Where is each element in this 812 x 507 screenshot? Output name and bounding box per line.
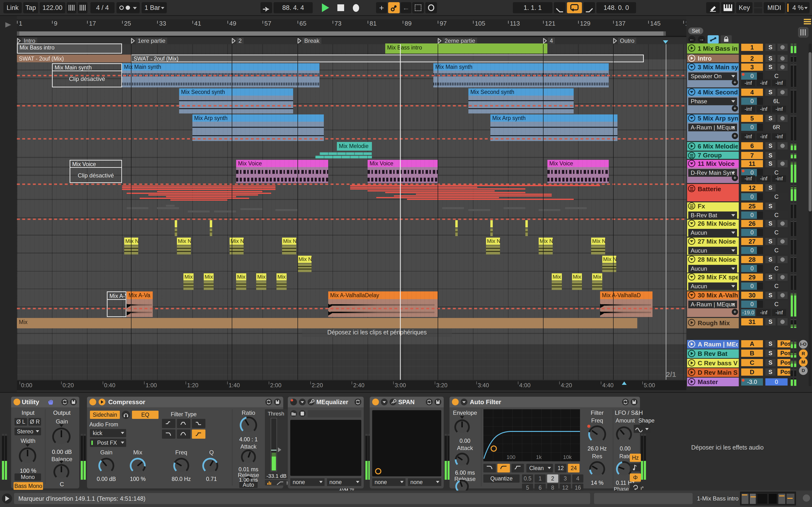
- device-activator-led[interactable]: [452, 399, 459, 405]
- link-envelopes-button[interactable]: [708, 35, 719, 44]
- clip-overview-thumbnail[interactable]: [740, 492, 796, 506]
- track-number[interactable]: A: [741, 340, 763, 347]
- play-icon[interactable]: [688, 369, 695, 376]
- solo-button[interactable]: S: [765, 184, 775, 191]
- solo-button[interactable]: S: [765, 256, 775, 263]
- solo-button[interactable]: S: [765, 238, 775, 245]
- quantization-selector[interactable]: 1 Bar: [142, 2, 167, 13]
- device-activator-led[interactable]: [89, 399, 96, 405]
- locator-lane[interactable]: Intro1ere partie2Break2eme partie4Outro: [17, 38, 686, 44]
- track-header-d-rev-main-synt[interactable]: D Rev Main Synt: [687, 368, 739, 377]
- fold-icon[interactable]: [688, 273, 695, 281]
- knob[interactable]: [53, 464, 69, 480]
- pan-field[interactable]: C: [765, 282, 788, 290]
- solo-button[interactable]: S: [765, 115, 775, 122]
- locator-flag-icon[interactable]: [131, 38, 135, 44]
- pan-field[interactable]: C: [765, 212, 788, 219]
- knob[interactable]: [588, 426, 606, 443]
- fold-icon[interactable]: [688, 89, 695, 96]
- track-header-4-mix-second-sy[interactable]: 4 Mix Second sy: [687, 89, 739, 96]
- sidechain-button[interactable]: Sidechain: [90, 411, 120, 419]
- knob[interactable]: [98, 458, 114, 474]
- track-device-chooser[interactable]: Phase: [688, 98, 737, 105]
- send-field[interactable]: -inf: [741, 106, 755, 113]
- pan-field[interactable]: C: [765, 247, 788, 254]
- track-header-27-mix-noise-do[interactable]: 27 Mix Noise do: [687, 237, 739, 245]
- disabled-clip[interactable]: Mix VoiceClip désactivé: [69, 160, 122, 183]
- knob[interactable]: [202, 458, 218, 474]
- volume-field[interactable]: 0: [741, 300, 763, 308]
- clip[interactable]: Mix Melodie break: [337, 142, 372, 151]
- arm-button[interactable]: [777, 142, 788, 150]
- hot-swap-button[interactable]: [265, 399, 272, 405]
- track-number[interactable]: 7: [741, 152, 763, 159]
- nudge-down-button[interactable]: [67, 2, 77, 13]
- solo-button[interactable]: S: [765, 359, 775, 366]
- midi-map-button[interactable]: MIDI: [764, 2, 785, 13]
- plugin-fold-button[interactable]: [299, 399, 306, 405]
- device-activator-led[interactable]: [13, 399, 20, 405]
- key-map-button[interactable]: Key: [736, 2, 753, 13]
- locator-flag-icon[interactable]: [17, 38, 21, 44]
- audio-clip[interactable]: Mix Arp synth: [490, 114, 617, 141]
- small-clip[interactable]: Mix F: [592, 273, 602, 281]
- audio-clip[interactable]: Mix Voice: [367, 160, 438, 183]
- track-header-master[interactable]: Master: [687, 378, 739, 386]
- small-clip[interactable]: Mix Nois: [486, 237, 500, 245]
- quantize-button[interactable]: Quantize: [483, 474, 520, 483]
- send-field[interactable]: -inf: [757, 133, 771, 140]
- nudge-up-button[interactable]: [78, 2, 88, 13]
- pan-field[interactable]: C: [765, 72, 788, 80]
- track-header-1-mix-bass-intro[interactable]: 1 Mix Bass intro: [687, 44, 739, 54]
- filter-display[interactable]: 1001k10k: [483, 409, 580, 461]
- device-fold-button[interactable]: [461, 399, 467, 405]
- re-enable-automation-button[interactable]: ←: [401, 2, 411, 13]
- hot-swap-button[interactable]: [426, 399, 433, 405]
- loop-start-field[interactable]: 1. 1. 1: [513, 2, 552, 13]
- send-field[interactable]: -inf: [772, 175, 786, 182]
- group-icon[interactable]: [688, 185, 695, 192]
- track-number[interactable]: 31: [741, 318, 763, 326]
- audio-clip[interactable]: Mix A-ValhallaD: [600, 291, 653, 317]
- small-clip[interactable]: Mix Nois: [539, 237, 553, 245]
- audio-clip[interactable]: Mix A-Va: [126, 291, 153, 317]
- next-locator-button[interactable]: →: [698, 36, 705, 43]
- filter-type-button[interactable]: [192, 419, 205, 428]
- small-clip[interactable]: Mix Nois: [298, 256, 311, 263]
- small-clip[interactable]: Mix F: [572, 273, 582, 281]
- clip[interactable]: Mix: [17, 318, 637, 328]
- phase-left-button[interactable]: Ø L: [14, 418, 27, 426]
- panel-toggle-i-o[interactable]: I-O: [799, 340, 808, 349]
- audio-clip[interactable]: Mix A-ValhallaDelay: [328, 291, 438, 317]
- volume-field[interactable]: 0: [741, 124, 763, 131]
- slope-24-button[interactable]: 24: [568, 464, 579, 472]
- locator-label[interactable]: Outro: [618, 38, 636, 44]
- fold-icon[interactable]: [688, 114, 695, 122]
- track-device-chooser[interactable]: Aucun: [688, 229, 737, 237]
- record-button[interactable]: [349, 2, 364, 13]
- audio-clip[interactable]: Mix Voice: [236, 160, 328, 183]
- locator-flag-icon[interactable]: [438, 38, 442, 44]
- save-preset-button[interactable]: [274, 399, 281, 405]
- filter-type-button[interactable]: [162, 419, 175, 428]
- bass-mono-button[interactable]: Bass Mono: [13, 482, 43, 490]
- add-automation-lane-button[interactable]: +: [732, 133, 738, 139]
- preset-save-button[interactable]: [299, 410, 306, 417]
- punch-out-button[interactable]: [583, 2, 595, 13]
- groove-amount-selector[interactable]: [116, 2, 140, 13]
- link-button[interactable]: Link: [3, 2, 22, 13]
- track-header-fx[interactable]: Fx: [687, 202, 739, 210]
- arm-button[interactable]: [777, 238, 788, 245]
- knob[interactable]: [173, 458, 189, 474]
- volume-field[interactable]: 0: [741, 265, 763, 272]
- pan-field[interactable]: 6R: [765, 124, 788, 131]
- automation-arm-button[interactable]: [388, 2, 400, 13]
- arm-button[interactable]: [777, 115, 788, 122]
- track-header-5-mix-arp-synth[interactable]: 5 Mix Arp synth: [687, 114, 739, 122]
- solo-button[interactable]: S: [765, 369, 775, 376]
- track-lane-noise-up[interactable]: [17, 236, 686, 252]
- preset-folder-button[interactable]: [290, 410, 297, 417]
- arm-button[interactable]: [777, 274, 788, 281]
- beat-time-ruler[interactable]: 1917253341495765738189971051131211291371…: [17, 19, 686, 31]
- locator-flag-icon[interactable]: [298, 38, 302, 44]
